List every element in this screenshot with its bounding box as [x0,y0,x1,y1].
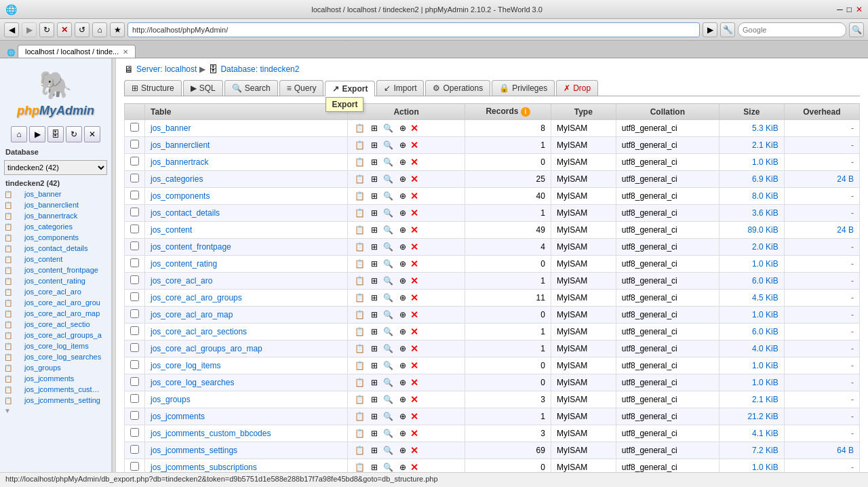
delete-icon[interactable]: ✕ [410,191,418,201]
table-name-link[interactable]: jos_jcomments_custom_bbcodes [151,429,271,438]
delete-icon[interactable]: ✕ [410,360,418,371]
sidebar-link-jos_core_log_searches[interactable]: jos_core_log_searches [14,352,106,362]
sidebar-table-jos_jcomments_custom[interactable]: 📋 jos_jcomments_custom [0,384,111,395]
tab-drop[interactable]: ✗ Drop [556,80,598,96]
sidebar-link-jos_jcomments_setting[interactable]: jos_jcomments_setting [14,395,106,405]
delete-icon[interactable]: ✕ [410,140,418,151]
browse-icon[interactable]: 📋 [354,393,366,406]
delete-icon[interactable]: ✕ [410,445,418,456]
delete-icon[interactable]: ✕ [410,123,418,134]
sidebar-table-jos_core_acl_aro_grou[interactable]: 📋 jos_core_acl_aro_grou [0,297,111,308]
browse-icon[interactable]: 📋 [354,156,366,168]
table-name-link[interactable]: jos_core_log_searches [151,378,234,387]
db-link[interactable]: Database: tindecken2 [220,64,299,74]
search-icon[interactable]: 🔍 [382,190,395,202]
tab-query[interactable]: ≡ Query [279,80,324,96]
col-table[interactable]: Table [145,104,348,120]
browse-icon[interactable]: 📋 [354,343,366,355]
sidebar-link-jos_core_acl_groups_a[interactable]: jos_core_acl_groups_a [14,330,107,340]
search-icon[interactable]: 🔍 [382,156,395,168]
row-checkbox[interactable] [130,360,139,369]
structure-icon[interactable]: ⊞ [368,376,380,389]
row-checkbox[interactable] [130,174,139,182]
sidebar-table-jos_core_acl_aro_map[interactable]: 📋 jos_core_acl_aro_map [0,308,111,319]
sidebar-exit-btn[interactable]: ✕ [84,126,100,142]
tab-import[interactable]: ↙ Import [376,80,424,96]
delete-icon[interactable]: ✕ [410,377,418,388]
sidebar-link-jos_groups[interactable]: jos_groups [14,363,66,372]
sidebar-link-jos_banner[interactable]: jos_banner [14,189,66,199]
table-name-link[interactable]: jos_core_acl_aro [151,276,212,286]
insert-icon[interactable]: ⊕ [397,343,409,355]
browser-tab[interactable]: localhost / localhost / tinde... ✕ [18,45,136,58]
go-btn[interactable]: ▶ [703,22,717,37]
overhead-value[interactable]: 24 B [837,174,854,184]
sidebar-table-jos_banner[interactable]: 📋 jos_banner [0,189,111,199]
table-name-link[interactable]: jos_content [151,225,192,235]
delete-icon[interactable]: ✕ [410,326,418,337]
sidebar-link-jos_categories[interactable]: jos_categories [14,222,78,231]
row-checkbox[interactable] [130,411,139,420]
sidebar-table-jos_groups[interactable]: 📋 jos_groups [0,362,111,373]
insert-icon[interactable]: ⊕ [397,258,409,270]
structure-icon[interactable]: ⊞ [368,122,380,134]
browse-icon[interactable]: 📋 [354,122,366,134]
delete-icon[interactable]: ✕ [410,241,418,252]
browse-icon[interactable]: 📋 [354,461,366,472]
search-icon[interactable]: 🔍 [382,309,395,321]
url-bar[interactable] [127,22,700,37]
browse-icon[interactable]: 📋 [354,190,366,202]
structure-icon[interactable]: ⊞ [368,359,380,372]
table-name-link[interactable]: jos_jcomments [151,412,205,421]
sidebar-link-jos_core_acl_aro_map[interactable]: jos_core_acl_aro_map [14,309,105,318]
search-icon[interactable]: 🔍 [382,258,395,270]
insert-icon[interactable]: ⊕ [397,139,409,151]
minimize-btn[interactable]: ─ [837,5,843,14]
sidebar-table-jos_core_acl_aro[interactable]: 📋 jos_core_acl_aro [0,286,111,297]
delete-icon[interactable]: ✕ [410,258,418,269]
bookmark-btn[interactable]: ★ [110,22,125,37]
structure-icon[interactable]: ⊞ [368,224,380,236]
sidebar-link-jos_content_frontpage[interactable]: jos_content_frontpage [14,265,104,275]
browse-icon[interactable]: 📋 [354,326,366,338]
row-checkbox[interactable] [130,394,139,403]
row-checkbox[interactable] [130,462,139,471]
search-icon[interactable]: 🔍 [382,275,395,287]
structure-icon[interactable]: ⊞ [368,444,380,456]
insert-icon[interactable]: ⊕ [397,410,409,423]
delete-icon[interactable]: ✕ [410,208,418,218]
search-input[interactable] [738,22,846,37]
delete-icon[interactable]: ✕ [410,292,418,303]
tab-privileges[interactable]: 🔒 Privileges [492,80,555,96]
table-name-link[interactable]: jos_jcomments_subscriptions [151,463,257,472]
structure-icon[interactable]: ⊞ [368,258,380,270]
search-icon[interactable]: 🔍 [382,224,395,236]
structure-icon[interactable]: ⊞ [368,427,380,440]
table-name-link[interactable]: jos_core_acl_groups_aro_map [151,344,262,353]
browse-icon[interactable]: 📋 [354,410,366,423]
insert-icon[interactable]: ⊕ [397,326,409,338]
col-records[interactable]: Records i [465,104,551,120]
browse-icon[interactable]: 📋 [354,275,366,287]
row-checkbox[interactable] [130,343,139,352]
insert-icon[interactable]: ⊕ [397,122,409,134]
stop-btn[interactable]: ✕ [57,22,72,37]
delete-icon[interactable]: ✕ [410,225,418,235]
insert-icon[interactable]: ⊕ [397,427,409,440]
sidebar-table-jos_jcomments[interactable]: 📋 jos_jcomments [0,373,111,384]
search-icon[interactable]: 🔍 [382,427,395,440]
sidebar-table-jos_contact_details[interactable]: 📋 jos_contact_details [0,243,111,254]
sidebar-table-jos_core_acl_sectio[interactable]: 📋 jos_core_acl_sectio [0,319,111,330]
table-name-link[interactable]: jos_components [151,191,210,201]
sidebar-link-jos_contact_details[interactable]: jos_contact_details [14,244,94,253]
tab-close-icon[interactable]: ✕ [123,48,128,56]
sidebar-link-jos_jcomments_custom[interactable]: jos_jcomments_custom [14,385,107,394]
row-checkbox[interactable] [130,123,139,132]
table-name-link[interactable]: jos_contact_details [151,208,220,218]
tab-sql[interactable]: ▶ SQL [183,80,223,96]
browse-icon[interactable]: 📋 [354,376,366,389]
table-name-link[interactable]: jos_core_log_items [151,361,220,370]
row-checkbox[interactable] [130,157,139,165]
sidebar-link-jos_jcomments[interactable]: jos_jcomments [14,374,79,383]
tools-btn[interactable]: 🔧 [720,22,735,37]
